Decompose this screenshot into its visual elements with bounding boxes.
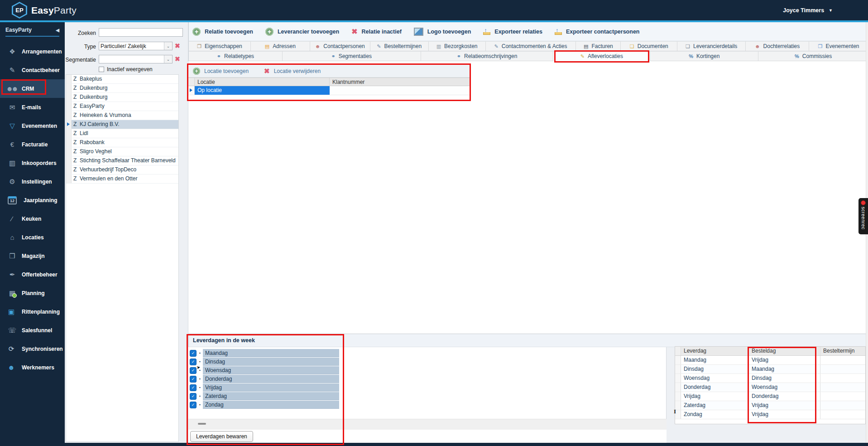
checked-checkbox[interactable] bbox=[190, 384, 197, 391]
tab-dochterrelaties[interactable]: ☻Dochterrelaties bbox=[746, 41, 809, 51]
sidebar-item-salesfunnel[interactable]: ☏Salesfunnel bbox=[0, 321, 65, 339]
sidebar-item-synchroniseren[interactable]: ⟳Synchroniseren bbox=[0, 339, 65, 358]
sidebar-header[interactable]: EasyParty ◀ bbox=[0, 22, 65, 36]
order-day-row[interactable]: VrijdagDonderdag bbox=[675, 392, 865, 401]
relation-row[interactable]: ZRabobank bbox=[66, 138, 178, 147]
segmentation-dropdown[interactable]: ⌄ bbox=[99, 55, 173, 63]
tab-evenementen[interactable]: ❐Evenementen bbox=[809, 41, 868, 51]
column-header-besteldag[interactable]: Besteldag bbox=[749, 347, 820, 355]
type-dropdown[interactable]: Particulier/ Zakelijk ⌄ bbox=[99, 42, 173, 50]
column-header-besteltermijn[interactable]: Besteltermijn bbox=[820, 347, 865, 355]
sidebar-item-arrangementen[interactable]: ❖Arrangementen bbox=[0, 42, 65, 61]
tab-bezorgkosten[interactable]: ▥Bezorgkosten bbox=[429, 41, 486, 51]
delivery-day-row[interactable]: Zaterdag bbox=[190, 392, 339, 400]
delivery-day-row[interactable]: Zondag bbox=[190, 401, 339, 409]
relation-row[interactable]: ZBakeplus bbox=[66, 75, 178, 84]
easyparty-logo-icon: EP bbox=[12, 2, 27, 19]
relation-row[interactable]: ZEasyParty bbox=[66, 102, 178, 111]
relation-row[interactable]: ZSligro Veghel bbox=[66, 147, 178, 156]
tab-commissies[interactable]: %Commissies bbox=[758, 51, 868, 61]
invoice-icon: ▤ bbox=[584, 44, 588, 49]
tab-segmentaties[interactable]: ⚭Segmentaties bbox=[283, 51, 421, 61]
order-day-row[interactable]: DinsdagMaandag bbox=[675, 365, 865, 374]
export-contacts-button[interactable]: ↑Exporteer contactpersonen bbox=[555, 28, 640, 35]
tab-adressen[interactable]: ▤Adressen bbox=[251, 41, 310, 51]
sidebar-item-evenementen[interactable]: ▽Evenementen bbox=[0, 116, 65, 135]
sidebar-item-inkooporders[interactable]: ▥Inkooporders bbox=[0, 154, 65, 172]
collapse-sidebar-icon[interactable]: ◀ bbox=[56, 28, 59, 33]
relation-row[interactable]: ZDuikenburg bbox=[66, 93, 178, 102]
chevron-down-icon[interactable]: ⌄ bbox=[164, 55, 172, 63]
clear-type-icon[interactable]: ✖ bbox=[175, 43, 180, 49]
column-header-locatie[interactable]: Locatie bbox=[195, 78, 330, 86]
order-day-row[interactable]: MaandagVrijdag bbox=[675, 356, 865, 365]
checked-checkbox[interactable] bbox=[190, 393, 197, 400]
tab-contactpersonen[interactable]: ☻Contactpersonen bbox=[310, 41, 370, 51]
search-input[interactable] bbox=[99, 28, 183, 37]
checked-checkbox[interactable] bbox=[190, 402, 197, 408]
sidebar-item-locaties[interactable]: ⌂Locaties bbox=[0, 228, 65, 247]
relation-row[interactable]: ZHeineken & Vrumona bbox=[66, 111, 178, 120]
checked-checkbox[interactable] bbox=[190, 350, 197, 357]
checked-checkbox[interactable] bbox=[190, 359, 197, 365]
save-delivery-days-button[interactable]: Leverdagen bewaren bbox=[190, 431, 253, 442]
column-header-leverdag[interactable]: Leverdag bbox=[681, 347, 749, 355]
add-supplier-button[interactable]: +Leverancier toevoegen bbox=[265, 28, 339, 36]
order-day-row[interactable]: ZaterdagVrijdag bbox=[675, 401, 865, 410]
add-location-button[interactable]: +Locatie toevoegen bbox=[193, 68, 249, 75]
sidebar-item-jaarplanning[interactable]: 12Jaarplanning bbox=[0, 191, 65, 209]
relation-row[interactable]: ZVerhuurbedrijf TopDeco bbox=[66, 165, 178, 175]
relation-row[interactable]: ZDuikenburg bbox=[66, 84, 178, 93]
remove-location-button[interactable]: ✖Locatie verwijderen bbox=[264, 67, 321, 75]
sidebar-item-contactbeheer[interactable]: ✎Contactbeheer bbox=[0, 61, 65, 79]
tab-kortingen[interactable]: %Kortingen bbox=[650, 51, 758, 61]
tab-leverancierdetails[interactable]: ❏Leverancierdetails bbox=[677, 41, 746, 51]
row-marker bbox=[197, 392, 203, 400]
sidebar-item-keuken[interactable]: ∕Keuken bbox=[0, 209, 65, 228]
sidebar-item-planning[interactable]: ▦Planning bbox=[0, 284, 65, 302]
column-header-klantnummer[interactable]: Klantnummer bbox=[330, 78, 470, 86]
sidebar-item-werknemers[interactable]: ☻Werknemers bbox=[0, 358, 65, 377]
user-menu[interactable]: Joyce Timmers ▼ bbox=[783, 0, 833, 20]
delivery-day-row[interactable]: Dinsdag bbox=[190, 358, 339, 366]
sidebar-item-rittenplanning[interactable]: ▣Rittenplanning bbox=[0, 302, 65, 321]
order-day-row[interactable]: DonderdagWoensdag bbox=[675, 383, 865, 392]
relation-inactive-button[interactable]: ✖Relatie inactief bbox=[351, 27, 402, 36]
relation-row[interactable]: ZVermeulen en den Otter bbox=[66, 175, 178, 184]
row-gutter bbox=[675, 383, 681, 392]
tab-afleverlocaties[interactable]: ✎Afleverlocaties bbox=[553, 51, 650, 61]
screenrec-widget[interactable]: screenrec bbox=[858, 198, 868, 234]
sidebar-item-emails[interactable]: ✉E-mails bbox=[0, 98, 65, 116]
tab-documenten[interactable]: ❏Documenten bbox=[621, 41, 677, 51]
tab-relatietypes[interactable]: ⚭Relatietypes bbox=[189, 51, 283, 61]
relation-row[interactable]: ZLidl bbox=[66, 129, 178, 138]
export-relations-button[interactable]: ↑Exporteer relaties bbox=[483, 28, 542, 35]
chevron-down-icon[interactable]: ⌄ bbox=[164, 42, 172, 50]
add-relation-button[interactable]: +Relatie toevoegen bbox=[192, 28, 253, 36]
tab-eigenschappen[interactable]: ❐Eigenschappen bbox=[189, 41, 251, 51]
inactive-checkbox[interactable] bbox=[99, 67, 104, 72]
sidebar-item-magazijn[interactable]: ❒Magazijn bbox=[0, 247, 65, 265]
relation-row-selected[interactable]: ZKJ Catering B.V. bbox=[66, 120, 178, 129]
delivery-day-row[interactable]: Donderdag bbox=[190, 375, 339, 383]
tab-facturen[interactable]: ▤Facturen bbox=[576, 41, 621, 51]
add-logo-button[interactable]: Logo toevoegen bbox=[414, 28, 471, 36]
delivery-day-row[interactable]: Woensdag bbox=[190, 366, 339, 374]
checked-checkbox[interactable] bbox=[190, 376, 197, 383]
sidebar-item-facturatie[interactable]: €Facturatie bbox=[0, 135, 65, 154]
location-row-selected[interactable]: Op locatie bbox=[188, 86, 470, 95]
sidebar-item-instellingen[interactable]: ⚙Instellingen bbox=[0, 172, 65, 191]
tab-contactmomenten-acties[interactable]: ✎Contactmomenten & Acties bbox=[486, 41, 576, 51]
resize-handle[interactable] bbox=[198, 423, 206, 425]
tab-relatieomschrijvingen[interactable]: ⚭Relatieomschrijvingen bbox=[421, 51, 554, 61]
sidebar-item-offertebeheer[interactable]: ✒Offertebeheer bbox=[0, 265, 65, 284]
sidebar-item-crm[interactable]: ☻☻CRM bbox=[0, 79, 65, 98]
delivery-day-row[interactable]: Maandag bbox=[190, 349, 339, 357]
tab-besteltermijnen[interactable]: ✎Besteltermijnen bbox=[370, 41, 429, 51]
clear-segmentation-icon[interactable]: ✖ bbox=[175, 56, 180, 62]
delivery-day-row[interactable]: Vrijdag bbox=[190, 383, 339, 392]
order-day-row[interactable]: ZondagVrijdag bbox=[675, 410, 865, 419]
relation-row[interactable]: ZStichting Schaffelaar Theater Barneveld bbox=[66, 156, 178, 165]
order-day-row[interactable]: WoensdagDinsdag bbox=[675, 374, 865, 383]
checked-checkbox[interactable] bbox=[190, 367, 197, 374]
